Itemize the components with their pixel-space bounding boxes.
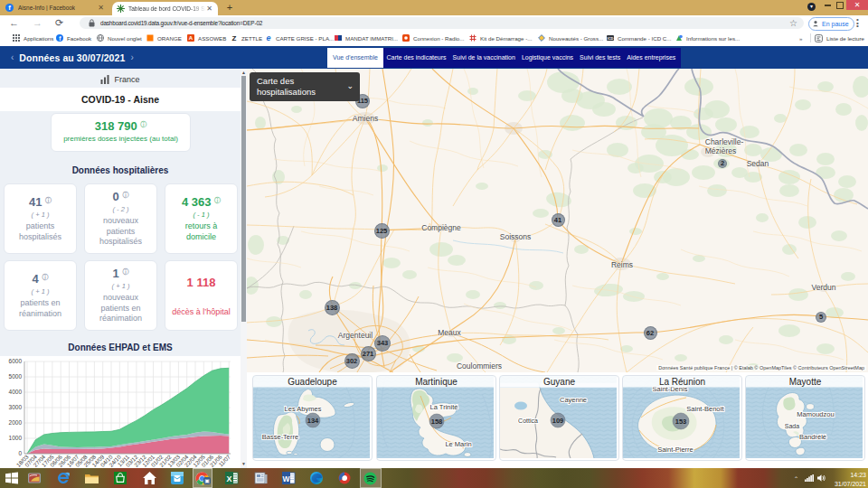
svg-text:A: A	[189, 35, 193, 41]
svg-text:e: e	[266, 34, 270, 42]
svg-text:Saint-Benoît: Saint-Benoît	[686, 405, 724, 413]
svg-text:1000: 1000	[9, 435, 23, 441]
svg-text:5000: 5000	[9, 373, 23, 380]
svg-text:Le Marin: Le Marin	[445, 440, 471, 448]
svg-text:109: 109	[552, 417, 564, 425]
svg-text:134: 134	[307, 417, 319, 425]
svg-text:153: 153	[675, 418, 687, 426]
svg-text:Les Abymes: Les Abymes	[285, 405, 322, 413]
svg-text:Cayenne: Cayenne	[560, 396, 587, 404]
svg-text:6000: 6000	[9, 358, 23, 364]
svg-text:3000: 3000	[9, 404, 23, 410]
svg-text:Bandrélé: Bandrélé	[799, 433, 826, 441]
svg-text:Cottica: Cottica	[518, 418, 538, 424]
svg-text:2000: 2000	[9, 419, 23, 426]
svg-text:158: 158	[431, 418, 443, 426]
svg-text:Basse-Terre: Basse-Terre	[262, 433, 298, 441]
svg-text:La Trinité: La Trinité	[430, 403, 458, 411]
svg-text:0: 0	[18, 450, 22, 456]
svg-text:X: X	[226, 474, 231, 483]
svg-text:Sada: Sada	[785, 423, 799, 429]
svg-text:W: W	[282, 474, 290, 483]
svg-text:Z: Z	[232, 34, 237, 42]
svg-text:4000: 4000	[9, 389, 23, 395]
svg-text:Saint-Pierre: Saint-Pierre	[657, 446, 693, 454]
svg-text:ICD: ICD	[608, 36, 614, 41]
svg-text:Mamoudzou: Mamoudzou	[797, 410, 834, 418]
